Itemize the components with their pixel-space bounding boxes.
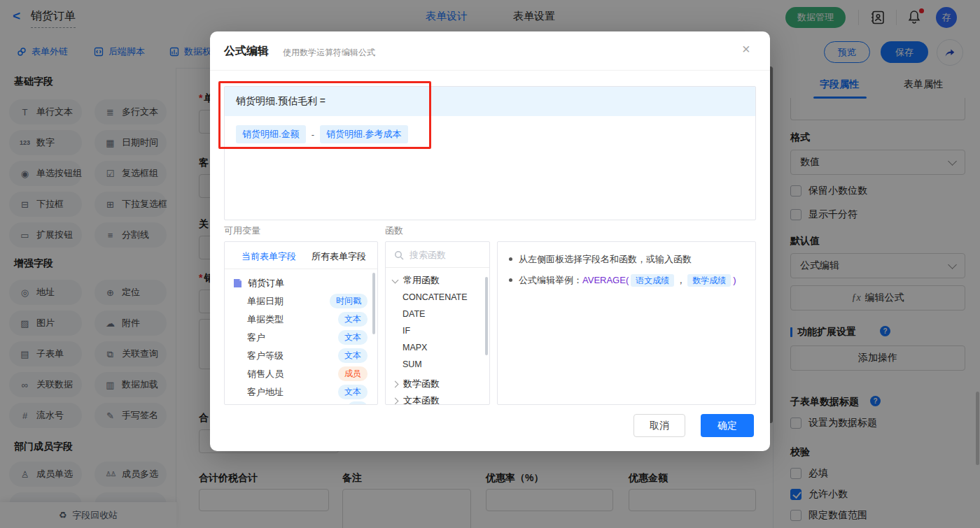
tips-panel: 从左侧面板选择字段名和函数，或输入函数 公式编辑举例：AVERAGE(语文成绩，… [497,241,756,405]
variables-scrollbar[interactable] [372,273,375,334]
function-item[interactable]: DATE [402,309,425,319]
functions-scrollbar[interactable] [485,277,488,355]
type-badge-clipped [348,401,368,405]
type-badge: 时间戳 [330,294,368,308]
modal-divider [210,70,770,71]
function-item[interactable]: SUM [402,359,422,369]
type-badge: 文本 [338,312,368,327]
modal-subtitle: 使用数学运算符编辑公式 [283,47,375,59]
close-icon[interactable]: × [742,41,750,57]
function-group-common[interactable]: 常用函数 [393,274,440,287]
tab-current-form-fields[interactable]: 当前表单字段 [241,250,296,263]
divider [225,269,377,269]
formula-field-chip[interactable]: 销货明细.金额 [236,125,306,143]
formula-target-line: 销货明细.预估毛利 = [225,87,755,116]
function-search[interactable]: 搜索函数 [394,249,446,262]
modal-title: 公式编辑 [224,44,269,59]
function-item[interactable]: MAPX [402,343,427,352]
function-group-math[interactable]: 数学函数 [393,378,440,390]
type-badge: 文本 [338,385,368,399]
example-chip: 语文成绩 [631,274,674,287]
search-icon [394,250,404,260]
functions-label: 函数 [385,224,403,237]
type-badge: 文本 [338,330,368,345]
formula-editor-area[interactable]: 销货明细.预估毛利 = 销货明细.金额 - 销货明细.参考成本 [224,86,756,220]
caret-right-icon [392,380,399,387]
caret-right-icon [392,397,399,404]
tip-line-2: 公式编辑举例：AVERAGE(语文成绩，数学成绩) [509,274,736,287]
function-group-text[interactable]: 文本函数 [393,394,440,405]
cancel-button[interactable]: 取消 [634,414,685,437]
search-placeholder: 搜索函数 [410,249,446,262]
caret-down-icon [392,276,399,283]
bullet-icon [509,278,512,282]
bullet-icon [509,257,512,261]
function-item[interactable]: IF [402,326,410,336]
variables-label: 可用变量 [224,224,260,237]
divider [386,267,489,268]
operator-minus: - [312,129,314,140]
form-doc-icon [233,278,242,288]
function-name: AVERAGE( [582,275,629,285]
confirm-button[interactable]: 确定 [701,414,754,437]
functions-panel: 搜索函数 常用函数 CONCATENATE DATE IF MAPX SUM 数… [385,241,490,405]
tab-all-form-fields[interactable]: 所有表单字段 [312,250,366,263]
app: < 销货订单 表单设计 表单设置 数据管理 存 表单外链 [0,0,980,528]
variables-panel: 当前表单字段 所有表单字段 销货订单 单据日期 时间戳 单据类型 文本 客户 文… [224,241,378,405]
formula-field-chip[interactable]: 销货明细.参考成本 [320,125,408,143]
formula-expression-line: 销货明细.金额 - 销货明细.参考成本 [225,116,755,152]
function-item[interactable]: CONCATENATE [402,292,468,302]
tip-line-1: 从左侧面板选择字段名和函数，或输入函数 [509,253,692,266]
formula-editor-modal: 公式编辑 使用数学运算符编辑公式 × 销货明细.预估毛利 = 销货明细.金额 -… [210,31,770,451]
example-chip: 数学成绩 [687,274,731,287]
type-badge: 文本 [338,348,368,363]
type-badge: 成员 [338,366,368,381]
form-tree-node[interactable]: 销货订单 [233,277,284,290]
